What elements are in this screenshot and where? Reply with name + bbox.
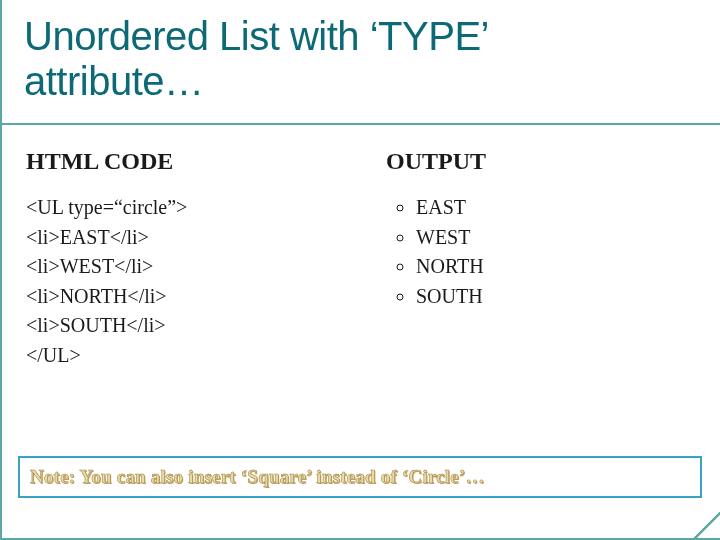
list-item: SOUTH <box>416 282 694 312</box>
code-line: <li>EAST</li> <box>26 223 334 253</box>
content-columns: HTML CODE <UL type=“circle”> <li>EAST</l… <box>0 148 720 371</box>
title-line-1: Unordered List with ‘TYPE’ <box>24 14 696 59</box>
slide: Unordered List with ‘TYPE’ attribute… HT… <box>0 0 720 540</box>
code-block: <UL type=“circle”> <li>EAST</li> <li>WES… <box>26 193 334 371</box>
right-heading: OUTPUT <box>386 148 694 175</box>
title-line-2: attribute… <box>24 59 696 104</box>
output-list: EAST WEST NORTH SOUTH <box>386 193 694 311</box>
list-item: NORTH <box>416 252 694 282</box>
right-column: OUTPUT EAST WEST NORTH SOUTH <box>360 148 720 371</box>
left-column: HTML CODE <UL type=“circle”> <li>EAST</l… <box>0 148 360 371</box>
code-line: <UL type=“circle”> <box>26 193 334 223</box>
title-underline <box>0 123 720 125</box>
code-line: <li>WEST</li> <box>26 252 334 282</box>
slide-title: Unordered List with ‘TYPE’ attribute… <box>0 0 720 110</box>
note-box: Note: You can also insert ‘Square’ inste… <box>18 456 702 498</box>
code-line: <li>SOUTH</li> <box>26 311 334 341</box>
list-item: EAST <box>416 193 694 223</box>
note-text: Note: You can also insert ‘Square’ inste… <box>30 466 485 487</box>
corner-dogear-icon <box>692 512 720 540</box>
code-line: <li>NORTH</li> <box>26 282 334 312</box>
list-item: WEST <box>416 223 694 253</box>
code-line: </UL> <box>26 341 334 371</box>
left-heading: HTML CODE <box>26 148 334 175</box>
